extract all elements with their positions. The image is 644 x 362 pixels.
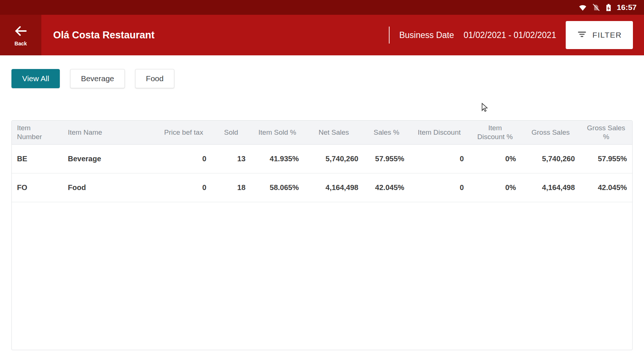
status-time: 16:57 <box>617 3 637 12</box>
table-cell: 41.935% <box>251 152 304 166</box>
header-divider <box>389 27 390 44</box>
table-cell: FO <box>12 180 63 195</box>
back-button[interactable]: Back <box>0 15 41 55</box>
table-cell: 0% <box>469 180 521 195</box>
column-header: Item Discount % <box>469 121 521 144</box>
mouse-cursor <box>480 103 490 114</box>
column-header: Net Sales <box>304 125 363 140</box>
wifi-icon <box>578 3 587 12</box>
table-cell: 5,740,260 <box>521 152 580 166</box>
column-header: Item Sold % <box>251 125 304 140</box>
column-header: Price bef tax <box>156 125 212 140</box>
back-arrow-icon <box>12 24 29 39</box>
column-header: Gross Sales % <box>580 121 632 144</box>
table-cell: 58.065% <box>251 180 304 195</box>
page-title: Olá Costa Restaurant <box>53 30 155 41</box>
table-row[interactable]: BEBeverage01341.935%5,740,26057.955%00%5… <box>12 145 632 173</box>
business-date-label: Business Date <box>399 30 454 40</box>
table-cell: 13 <box>212 152 251 166</box>
column-header: Item Name <box>63 125 156 140</box>
filter-button[interactable]: FILTER <box>566 21 633 49</box>
sales-table: Item NumberItem NamePrice bef taxSoldIte… <box>11 120 633 350</box>
chip-beverage[interactable]: Beverage <box>70 69 125 88</box>
table-cell: 4,164,498 <box>521 180 580 195</box>
filter-button-label: FILTER <box>592 31 622 39</box>
table-cell: 0 <box>156 180 212 195</box>
filter-icon <box>577 29 587 41</box>
table-cell: 42.045% <box>580 180 632 195</box>
screen: 16:57 Back Olá Costa Restaurant Business… <box>0 0 644 362</box>
table-cell: Food <box>63 180 156 195</box>
column-header: Item Number <box>12 121 63 144</box>
table-body: BEBeverage01341.935%5,740,26057.955%00%5… <box>12 145 632 202</box>
table-cell: 0% <box>469 152 521 166</box>
chip-food[interactable]: Food <box>135 69 174 88</box>
table-cell: 0 <box>156 152 212 166</box>
header-right-group: Business Date 01/02/2021 - 01/02/2021 FI… <box>389 21 633 49</box>
back-label: Back <box>14 41 27 46</box>
column-header: Sold <box>212 125 251 140</box>
table-cell: 42.045% <box>364 180 410 195</box>
battery-charging-icon <box>605 3 612 12</box>
app-header: Back Olá Costa Restaurant Business Date … <box>0 15 644 55</box>
business-date-value: 01/02/2021 - 01/02/2021 <box>464 30 556 40</box>
category-filter-bar: View All Beverage Food <box>11 69 644 88</box>
table-cell: 18 <box>212 180 251 195</box>
column-header: Sales % <box>364 125 410 140</box>
table-row[interactable]: FOFood01858.065%4,164,49842.045%00%4,164… <box>12 173 632 202</box>
table-cell: BE <box>12 152 63 166</box>
column-header: Gross Sales <box>521 125 580 140</box>
table-header-row: Item NumberItem NamePrice bef taxSoldIte… <box>12 121 632 145</box>
table-cell: Beverage <box>63 152 156 166</box>
chip-view-all[interactable]: View All <box>11 69 60 88</box>
sim-off-icon <box>592 3 600 12</box>
table-cell: 0 <box>410 180 469 195</box>
table-cell: 5,740,260 <box>304 152 363 166</box>
table-cell: 57.955% <box>580 152 632 166</box>
column-header: Item Discount <box>410 125 469 140</box>
table-cell: 57.955% <box>364 152 410 166</box>
table-cell: 0 <box>410 152 469 166</box>
table-cell: 4,164,498 <box>304 180 363 195</box>
status-bar: 16:57 <box>0 0 644 15</box>
